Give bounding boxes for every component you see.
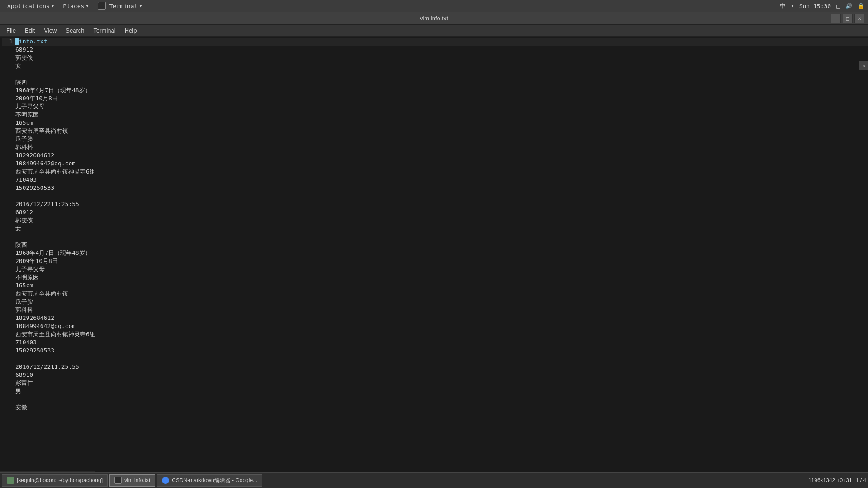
table-row: 165cm	[2, 119, 868, 127]
terminal-window: vim info.txt — □ ✕ File Edit View Search…	[0, 12, 868, 488]
taskbar-files[interactable]: [sequin@bogon: ~/python/pachong]	[2, 474, 108, 487]
maximize-button[interactable]: □	[843, 14, 853, 23]
vim-text: 男	[15, 387, 21, 395]
filename-text: info.txt	[19, 38, 47, 45]
vim-text: 西安市周至县尚村镇神灵寺6组	[15, 330, 95, 338]
table-row: 不明原因	[2, 111, 868, 119]
vim-text: 68912	[15, 208, 33, 216]
table-row: 儿子寻父母	[2, 103, 868, 111]
vim-text: 710403	[15, 176, 37, 184]
applications-label: Applications	[7, 3, 50, 9]
screen-icon[interactable]: □	[836, 3, 840, 9]
window-title: vim info.txt	[420, 15, 448, 22]
vim-text: 2009年10月8日	[15, 94, 58, 103]
taskbar-vim-label: vim info.txt	[124, 477, 150, 483]
vim-text: 15029250533	[15, 347, 54, 355]
vim-text: 陕西	[15, 78, 27, 86]
title-bar: vim info.txt — □ ✕	[0, 12, 868, 25]
vim-icon	[114, 477, 122, 484]
vim-text: 165cm	[15, 282, 33, 290]
table-row: 2016/12/2211:25:55	[2, 363, 868, 371]
menu-edit[interactable]: Edit	[20, 26, 39, 35]
vim-text: 710403	[15, 338, 37, 347]
table-row: 西安市周至县尚村镇神灵寺6组	[2, 330, 868, 338]
vim-text: 瓜子脸	[15, 135, 33, 143]
taskbar-vim[interactable]: vim info.txt	[109, 474, 155, 487]
x-button[interactable]: x	[859, 61, 868, 70]
menu-bar: File Edit View Search Terminal Help	[0, 25, 868, 37]
table-row: 西安市周至县尚村镇	[2, 127, 868, 135]
table-row: 女	[2, 225, 868, 233]
terminal-icon	[98, 2, 106, 10]
lang-indicator[interactable]: 中	[780, 2, 786, 10]
volume-icon[interactable]: 🔊	[845, 3, 852, 9]
table-row: 郭变侠	[2, 216, 868, 225]
menu-file[interactable]: File	[2, 26, 20, 35]
table-row: 儿子寻父母	[2, 265, 868, 273]
table-row: 1968年4月7日（现年48岁）	[2, 249, 868, 257]
vim-text: 2009年10月8日	[15, 257, 58, 265]
table-row: 郭科料	[2, 143, 868, 151]
vim-text: 西安市周至县尚村镇神灵寺6组	[15, 168, 95, 176]
applications-menu[interactable]: Applications ▼	[4, 2, 57, 10]
vim-text: 瓜子脸	[15, 298, 33, 306]
table-row: 郭变侠	[2, 54, 868, 62]
table-row: 2009年10月8日	[2, 94, 868, 103]
terminal-chevron: ▼	[139, 4, 142, 8]
files-icon	[7, 477, 14, 484]
lock-icon[interactable]: 🔒	[858, 3, 864, 9]
vim-text: 1968年4月7日（现年48岁）	[15, 249, 91, 257]
menu-search[interactable]: Search	[61, 26, 89, 35]
close-button[interactable]: ✕	[854, 14, 864, 23]
editor-content: 1 info.txt68912郭变侠女陕西1968年4月7日（现年48岁）200…	[0, 37, 868, 471]
table-row: 郭科料	[2, 306, 868, 314]
vim-text: 儿子寻父母	[15, 103, 45, 111]
vim-text: 郭变侠	[15, 216, 33, 225]
title-bar-controls: — □ ✕	[831, 14, 864, 23]
system-bar: Applications ▼ Places ▼ Terminal ▼ 中 ▼ S…	[0, 0, 868, 12]
cursor-char	[15, 38, 19, 45]
vim-text: 1084994642@qq.com	[15, 160, 75, 168]
table-row	[2, 395, 868, 404]
table-row	[2, 192, 868, 200]
terminal-label: Terminal	[109, 3, 138, 9]
places-label: Places	[63, 3, 84, 9]
vim-text: 不明原因	[15, 273, 39, 282]
vim-text: 1968年4月7日（现年48岁）	[15, 86, 91, 94]
table-row: 安徽	[2, 404, 868, 412]
table-row: 710403	[2, 176, 868, 184]
vim-text: 18292684612	[15, 314, 54, 322]
table-row: 68912	[2, 46, 868, 54]
applications-chevron: ▼	[52, 4, 54, 8]
vim-text: 西安市周至县尚村镇	[15, 127, 68, 135]
menu-help[interactable]: Help	[120, 26, 142, 35]
table-row: 2009年10月8日	[2, 257, 868, 265]
table-row: 165cm	[2, 282, 868, 290]
taskbar: [sequin@bogon: ~/python/pachong] vim inf…	[0, 472, 868, 488]
vim-text: 15029250533	[15, 184, 54, 192]
minimize-button[interactable]: —	[831, 14, 841, 23]
chevron-lang: ▼	[791, 4, 793, 8]
content-area[interactable]: x 1 info.txt68912郭变侠女陕西1968年4月7日（现年48岁）2…	[0, 37, 868, 471]
menu-terminal[interactable]: Terminal	[89, 26, 120, 35]
taskbar-right: 1196x1342 +0+31 1 / 4	[808, 477, 866, 483]
table-row: 西安市周至县尚村镇神灵寺6组	[2, 168, 868, 176]
line-number: 1	[2, 38, 15, 46]
vim-text: info.txt	[15, 38, 47, 46]
window-position: 1 / 4	[856, 477, 866, 483]
places-menu[interactable]: Places ▼	[59, 2, 92, 10]
table-row	[2, 233, 868, 241]
places-chevron: ▼	[86, 4, 88, 8]
table-row	[2, 70, 868, 78]
taskbar-chrome[interactable]: CSDN-markdown编辑器 - Google...	[157, 474, 262, 487]
table-row: 陕西	[2, 78, 868, 86]
vim-text: 68912	[15, 46, 33, 54]
chrome-icon	[162, 477, 169, 484]
vim-text: 陕西	[15, 241, 27, 249]
menu-view[interactable]: View	[39, 26, 61, 35]
table-row: 瓜子脸	[2, 135, 868, 143]
terminal-menu[interactable]: Terminal ▼	[94, 1, 146, 11]
vim-text: 2016/12/2211:25:55	[15, 363, 79, 371]
table-row: 彭富仁	[2, 379, 868, 387]
vim-text: 68910	[15, 371, 33, 379]
